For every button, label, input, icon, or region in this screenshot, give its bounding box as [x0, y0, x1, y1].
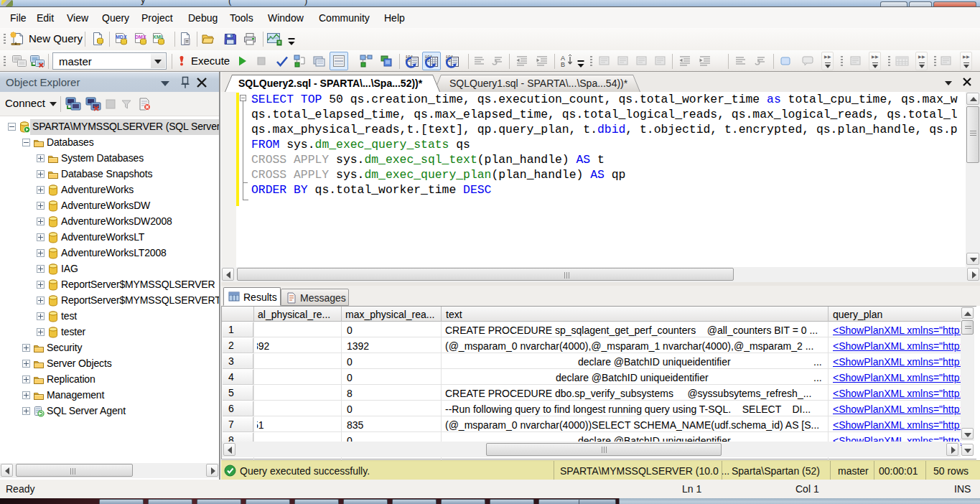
svg-text:B: B [561, 61, 565, 68]
